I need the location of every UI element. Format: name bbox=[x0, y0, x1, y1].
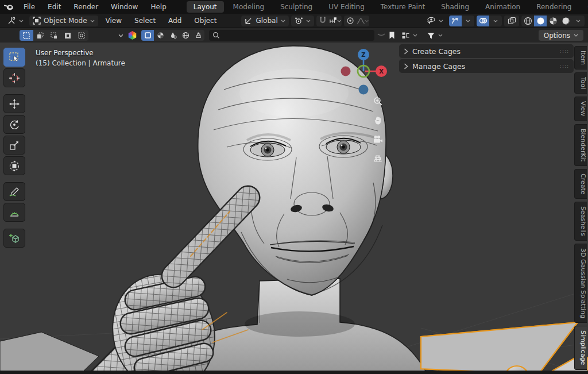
chevron-down-icon bbox=[439, 20, 443, 22]
bookmark-icon[interactable] bbox=[388, 31, 396, 40]
panel-create-cages[interactable]: Create Cages :::: bbox=[399, 44, 574, 58]
shading-rendered-button[interactable] bbox=[559, 16, 572, 26]
menu-window[interactable]: Window bbox=[105, 3, 144, 11]
chevron-down-icon bbox=[574, 34, 578, 37]
hierarchy-icon bbox=[401, 32, 410, 39]
asset-material-button[interactable] bbox=[154, 30, 167, 41]
sidebar-tab-create[interactable]: Create bbox=[574, 169, 587, 199]
editor-type-button[interactable] bbox=[3, 16, 27, 26]
xray-toggle[interactable] bbox=[504, 16, 519, 26]
asset-model-button[interactable] bbox=[141, 30, 154, 41]
select-invert-button[interactable] bbox=[61, 30, 75, 41]
proportional-edit-icon bbox=[346, 17, 354, 25]
proportional-edit-toggle[interactable] bbox=[344, 16, 357, 26]
show-gizmo-toggle[interactable] bbox=[449, 16, 462, 26]
asset-list-view-button[interactable] bbox=[398, 30, 421, 41]
rendered-sphere-icon bbox=[562, 17, 570, 25]
asset-filter-button[interactable] bbox=[423, 30, 446, 41]
select-extend-button[interactable] bbox=[33, 30, 47, 41]
object-visibility-selector[interactable] bbox=[423, 16, 447, 26]
collapse-chevron-icon[interactable] bbox=[118, 34, 123, 37]
gizmo-y-axis[interactable] bbox=[358, 65, 369, 77]
menu-add[interactable]: Add bbox=[163, 17, 187, 25]
panel-grip-icon[interactable]: :::: bbox=[560, 63, 569, 69]
tool-transform[interactable] bbox=[3, 156, 25, 175]
menu-select[interactable]: Select bbox=[129, 17, 161, 25]
asset-brush-button[interactable] bbox=[192, 30, 204, 41]
sidebar-tab-seashells[interactable]: Seashells bbox=[574, 202, 587, 241]
tool-scale[interactable] bbox=[3, 136, 25, 155]
gizmo-z-neg-axis[interactable] bbox=[359, 85, 369, 95]
menu-help[interactable]: Help bbox=[144, 3, 172, 11]
ortho-toggle-button[interactable] bbox=[371, 151, 385, 165]
workspace-tab-layout[interactable]: Layout bbox=[187, 1, 224, 13]
sidebar-tab-simplicage[interactable]: Simplicage bbox=[574, 326, 587, 369]
tool-rotate[interactable] bbox=[3, 115, 25, 134]
falloff-curve-icon bbox=[357, 17, 365, 25]
menu-edit[interactable]: Edit bbox=[41, 3, 67, 11]
show-overlays-toggle[interactable] bbox=[477, 16, 489, 26]
topbar: File Edit Render Window Help Layout Mode… bbox=[0, 0, 588, 14]
menu-file[interactable]: File bbox=[17, 3, 41, 11]
snap-target-selector[interactable] bbox=[329, 16, 342, 26]
shading-material-button[interactable] bbox=[547, 16, 559, 26]
3d-viewport[interactable]: User Perspective (15) Collection | Armat… bbox=[0, 43, 588, 371]
tool-select-box[interactable] bbox=[3, 48, 25, 67]
camera-view-button[interactable] bbox=[371, 132, 385, 146]
asset-hdr-button[interactable] bbox=[179, 30, 192, 41]
tool-cursor[interactable] bbox=[3, 68, 25, 87]
tool-move[interactable] bbox=[3, 94, 25, 113]
orientation-axes-icon bbox=[245, 17, 253, 25]
asset-scene-button[interactable] bbox=[167, 30, 179, 41]
editor-3d-viewport-icon bbox=[7, 17, 16, 25]
sidebar-tab-blenderkit[interactable]: BlenderKit bbox=[574, 124, 587, 166]
mode-selector[interactable]: Object Mode bbox=[29, 16, 98, 26]
blender-logo-icon[interactable] bbox=[0, 3, 17, 11]
shading-wireframe-button[interactable] bbox=[521, 16, 534, 26]
sidebar-tab-view[interactable]: View bbox=[574, 97, 587, 121]
workspace-tab-uv-editing[interactable]: UV Editing bbox=[322, 1, 372, 13]
chevron-down-icon bbox=[337, 20, 342, 22]
menu-render[interactable]: Render bbox=[67, 3, 105, 11]
workspace-tab-modeling[interactable]: Modeling bbox=[226, 1, 272, 13]
snap-toggle[interactable] bbox=[316, 16, 329, 26]
overlays-icon bbox=[479, 17, 488, 25]
sidebar-tab-tool[interactable]: Tool bbox=[574, 72, 587, 94]
options-button[interactable]: Options bbox=[539, 30, 583, 41]
tool-add-cube[interactable] bbox=[3, 229, 25, 248]
overlays-dropdown[interactable] bbox=[489, 16, 502, 26]
workspace-tab-rendering[interactable]: Rendering bbox=[529, 1, 578, 13]
sidebar-tabs: Item Tool View BlenderKit Create Seashel… bbox=[574, 46, 588, 370]
panel-grip-icon[interactable]: :::: bbox=[560, 48, 569, 54]
gizmo-x-neg-axis[interactable] bbox=[341, 67, 351, 76]
asset-search-field[interactable] bbox=[209, 30, 374, 41]
expand-arrow-icon[interactable] bbox=[377, 32, 386, 39]
pan-button[interactable] bbox=[371, 113, 385, 127]
mode-selector-label: Object Mode bbox=[44, 17, 87, 25]
workspace-tab-compositing[interactable]: Compositing bbox=[581, 1, 588, 13]
zoom-button[interactable] bbox=[371, 94, 385, 108]
sidebar-tab-3d-gaussian-splatting[interactable]: 3D Gaussian Splatting bbox=[574, 244, 587, 323]
select-set-button[interactable] bbox=[20, 30, 33, 41]
menu-object[interactable]: Object bbox=[189, 17, 222, 25]
menu-view[interactable]: View bbox=[100, 17, 127, 25]
shading-dropdown[interactable] bbox=[572, 16, 585, 26]
search-input[interactable] bbox=[223, 31, 371, 40]
falloff-selector[interactable] bbox=[357, 16, 369, 26]
select-subtract-button[interactable] bbox=[47, 30, 61, 41]
transform-orientation-selector[interactable]: Global bbox=[241, 16, 288, 26]
tool-measure[interactable] bbox=[3, 203, 25, 222]
pivot-point-selector[interactable] bbox=[291, 16, 314, 26]
shading-solid-button[interactable] bbox=[534, 16, 547, 26]
workspace-tab-sculpting[interactable]: Sculpting bbox=[273, 1, 319, 13]
gizmo-arrow-icon bbox=[451, 17, 459, 25]
navigation-gizmo[interactable]: Z X bbox=[339, 45, 390, 98]
tool-annotate[interactable] bbox=[3, 182, 25, 201]
panel-manage-cages[interactable]: Manage Cages :::: bbox=[399, 59, 574, 73]
workspace-tab-animation[interactable]: Animation bbox=[478, 1, 527, 13]
sidebar-tab-item[interactable]: Item bbox=[574, 46, 587, 70]
gizmo-dropdown[interactable] bbox=[462, 16, 474, 26]
workspace-tab-texture-paint[interactable]: Texture Paint bbox=[374, 1, 432, 13]
workspace-tab-shading[interactable]: Shading bbox=[434, 1, 476, 13]
select-intersect-button[interactable] bbox=[75, 30, 88, 41]
